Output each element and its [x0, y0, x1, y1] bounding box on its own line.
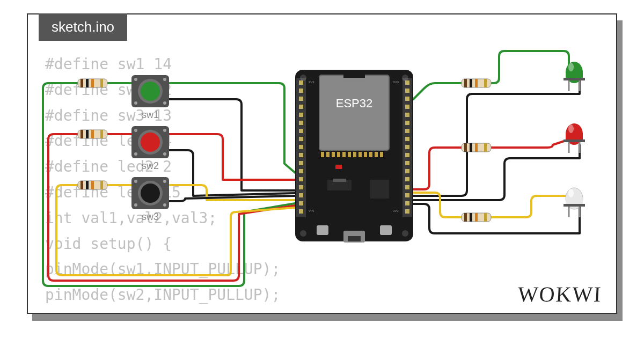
svg-rect-103 [364, 152, 367, 157]
svg-point-116 [402, 75, 408, 81]
svg-rect-95 [321, 152, 324, 157]
svg-rect-137 [564, 204, 585, 207]
resistor-led-white[interactable] [462, 213, 491, 222]
svg-rect-22 [470, 143, 472, 152]
svg-rect-57 [299, 80, 303, 85]
resistor-sw1[interactable] [78, 79, 107, 87]
svg-point-118 [402, 230, 408, 237]
svg-rect-24 [484, 143, 487, 152]
resistor-sw2[interactable] [78, 130, 107, 138]
svg-rect-99 [342, 152, 346, 157]
svg-point-115 [300, 75, 306, 81]
svg-rect-9 [100, 130, 103, 138]
svg-rect-90 [405, 209, 409, 214]
svg-rect-79 [405, 121, 409, 125]
svg-rect-28 [475, 213, 478, 222]
file-tab[interactable]: sketch.ino [39, 13, 127, 41]
svg-rect-104 [369, 152, 372, 157]
svg-rect-7 [86, 130, 89, 138]
svg-rect-58 [299, 89, 303, 93]
svg-rect-83 [405, 153, 409, 157]
svg-rect-136 [566, 197, 583, 205]
circuit-diagram[interactable]: sw1 sw2 sw3 E [27, 13, 617, 314]
resistor-led-green[interactable] [462, 79, 491, 87]
led-green[interactable] [564, 62, 585, 91]
svg-text:ESP32: ESP32 [336, 97, 373, 110]
svg-point-42 [163, 129, 166, 132]
svg-point-32 [141, 82, 160, 101]
svg-rect-125 [564, 78, 585, 80]
svg-rect-89 [405, 201, 409, 205]
svg-rect-23 [475, 143, 478, 152]
svg-rect-12 [86, 181, 89, 189]
svg-text:3V3: 3V3 [309, 80, 314, 84]
svg-text:D23: D23 [393, 80, 399, 84]
resistor-led-red[interactable] [462, 143, 491, 152]
svg-rect-109 [333, 179, 346, 182]
resistor-sw3[interactable] [78, 181, 107, 189]
svg-rect-97 [332, 152, 335, 157]
svg-point-51 [134, 203, 137, 207]
svg-rect-2 [86, 79, 89, 87]
svg-rect-96 [326, 152, 330, 157]
svg-rect-75 [405, 89, 409, 93]
svg-rect-66 [299, 153, 303, 157]
svg-rect-17 [470, 79, 472, 87]
svg-rect-112 [348, 236, 361, 241]
svg-point-48 [141, 183, 160, 203]
svg-rect-81 [405, 137, 409, 141]
svg-rect-26 [464, 213, 467, 222]
svg-rect-3 [91, 79, 94, 87]
svg-text:sw1: sw1 [142, 109, 159, 120]
svg-rect-63 [299, 129, 303, 133]
svg-rect-68 [299, 169, 303, 173]
svg-rect-61 [299, 113, 303, 117]
svg-rect-8 [91, 130, 94, 138]
svg-point-140 [568, 189, 574, 197]
svg-point-49 [134, 180, 137, 183]
esp32-board[interactable]: ESP32 3V3VIN D233V3 [295, 70, 413, 243]
svg-rect-13 [91, 181, 94, 189]
svg-point-33 [134, 78, 137, 81]
led-white[interactable] [564, 188, 585, 217]
svg-rect-1 [80, 79, 83, 87]
svg-rect-69 [299, 177, 303, 181]
led-red[interactable] [564, 123, 585, 153]
svg-rect-84 [405, 161, 409, 165]
svg-rect-71 [299, 193, 303, 197]
svg-rect-18 [475, 79, 478, 87]
svg-text:VIN: VIN [309, 209, 314, 212]
svg-rect-70 [299, 185, 303, 189]
svg-rect-62 [299, 121, 303, 125]
svg-rect-76 [405, 97, 409, 101]
svg-rect-113 [317, 225, 328, 235]
svg-rect-86 [405, 177, 409, 181]
svg-rect-100 [348, 152, 351, 157]
button-sw2[interactable]: sw2 [131, 126, 169, 171]
svg-rect-73 [299, 209, 303, 214]
svg-rect-67 [299, 161, 303, 165]
svg-rect-64 [299, 137, 303, 141]
svg-rect-124 [566, 71, 583, 79]
svg-rect-87 [405, 185, 409, 189]
svg-rect-93 [343, 71, 365, 78]
svg-point-134 [568, 124, 574, 133]
svg-rect-85 [405, 169, 409, 173]
svg-point-50 [163, 180, 166, 183]
svg-rect-29 [484, 213, 487, 222]
svg-rect-106 [380, 152, 383, 157]
svg-rect-98 [337, 152, 340, 157]
svg-rect-77 [405, 105, 409, 109]
button-sw3[interactable]: sw3 [131, 177, 169, 222]
svg-rect-59 [299, 97, 303, 101]
svg-rect-91 [319, 75, 389, 150]
svg-rect-105 [375, 152, 378, 157]
wokwi-logo: WOKWI [517, 282, 603, 307]
svg-rect-78 [405, 113, 409, 117]
svg-point-34 [163, 78, 166, 81]
svg-point-52 [163, 203, 166, 207]
svg-rect-16 [464, 79, 467, 87]
svg-rect-101 [353, 152, 356, 157]
svg-rect-88 [405, 193, 409, 197]
button-sw1[interactable]: sw1 [131, 75, 169, 120]
